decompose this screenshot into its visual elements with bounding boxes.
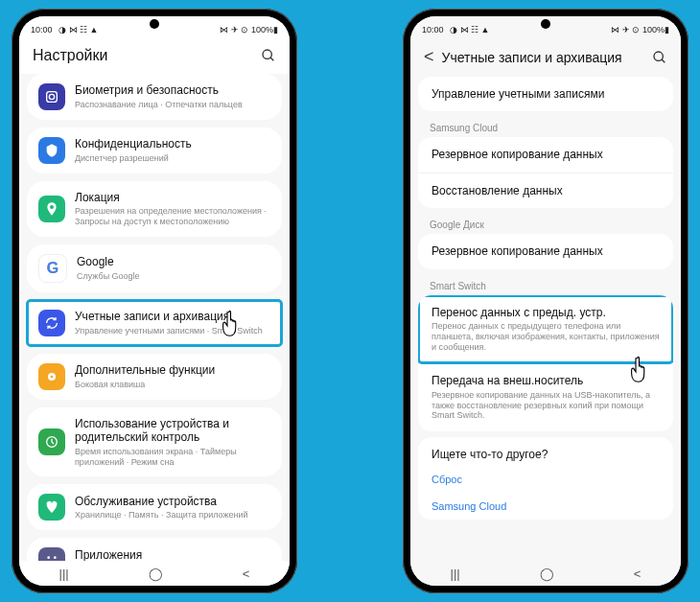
row-sub: Службы Google [77,271,270,282]
section-samsung-cloud: Samsung Cloud [418,117,673,137]
apps-icon [38,547,65,561]
link-samsung-cloud[interactable]: Samsung Cloud [418,493,673,520]
other-card: Ищете что-то другое? Сброс Samsung Cloud [418,437,673,519]
row-label: Использование устройства и родительский … [75,417,270,445]
row-sub: Разрешения на определение местоположения… [75,206,270,227]
phone-right: 10:00 ◑ ⋈ ☷ ▲ ⋈ ✈ ⊙ 100%▮ < Учетные запи… [403,9,688,593]
nav-back[interactable]: < [243,567,250,581]
row-label: Приложения [75,548,270,561]
google-drive-card: Резервное копирование данных [418,234,673,268]
nav-recent[interactable]: ||| [451,567,460,581]
restore-samsung[interactable]: Восстановление данных [418,174,673,208]
back-icon[interactable]: < [424,47,434,67]
row-label: Биометрия и безопасность [75,83,270,97]
row-sub: Распознавание лица · Отпечатки пальцев [75,100,270,110]
page-title: Настройки [33,47,261,64]
google-icon: G [38,254,67,283]
row-label: Google [77,255,270,268]
svg-point-3 [49,94,54,99]
camera-hole [150,19,159,29]
header: < Учетные записи и архивация [410,39,681,77]
backup-samsung[interactable]: Резервное копирование данных [418,137,673,173]
page-title: Учетные записи и архивация [442,50,652,65]
biometrics-icon [38,83,65,110]
svg-line-12 [662,59,665,62]
svg-point-0 [263,50,271,58]
svg-point-5 [51,376,54,379]
nav-back[interactable]: < [634,567,642,581]
row-devicecare[interactable]: Обслуживание устройства Хранилище · Памя… [27,484,282,530]
row-label: Учетные записи и архивация [75,310,270,323]
row-sub: Диспетчер разрешений [75,153,270,164]
row-label: Обслуживание устройства [75,495,270,508]
row-google[interactable]: G Google Службы Google [27,244,282,292]
samsung-cloud-card: Резервное копирование данных Восстановле… [418,137,673,208]
row-sub: Боковая клавиша [75,380,270,390]
camera-hole [541,19,550,29]
row-wellbeing[interactable]: Использование устройства и родительский … [27,407,282,476]
row-sub: Управление учетными записями · Smart Swi… [75,326,270,336]
other-title: Ищете что-то другое? [432,448,660,461]
row-sub: Время использования экрана · Таймеры при… [75,447,270,468]
nav-recent[interactable]: ||| [59,567,69,581]
wellbeing-icon [38,428,65,455]
row-sub: Хранилище · Память · Защита приложений [75,510,270,521]
manage-accounts-card: Управление учетными записями [418,77,673,111]
svg-line-1 [270,58,273,60]
svg-rect-2 [47,92,58,103]
svg-point-11 [654,52,663,60]
row-accounts-backup[interactable]: Учетные записи и архивация Управление уч… [27,300,282,346]
transfer-from-old[interactable]: Перенос данных с предыд. устр. Перенос д… [418,295,673,364]
phone-left: 10:00 ◑ ⋈ ☷ ▲ ⋈ ✈ ⊙ 100%▮ Настройки Биом… [12,9,297,593]
location-icon [38,196,65,222]
section-smart-switch: Smart Switch [418,275,673,295]
smart-switch-card: Перенос данных с предыд. устр. Перенос д… [418,295,673,432]
search-icon[interactable] [652,50,667,65]
row-biometrics[interactable]: Биометрия и безопасность Распознавание л… [27,74,282,120]
search-icon[interactable] [261,48,276,63]
section-google-drive: Google Диск [418,214,673,234]
row-label: Конфиденциальность [75,137,270,150]
shield-icon [38,137,65,164]
advanced-icon [38,363,65,390]
nav-bar: ||| ◯ < [19,561,290,586]
row-location[interactable]: Локация Разрешения на определение местоп… [27,181,282,237]
sync-icon [38,310,65,336]
care-icon [38,494,65,521]
svg-point-7 [47,557,50,560]
link-reset[interactable]: Сброс [418,466,673,493]
manage-accounts[interactable]: Управление учетными записями [418,77,673,111]
header: Настройки [19,39,290,74]
nav-home[interactable]: ◯ [149,567,163,581]
row-apps[interactable]: Приложения Приложения по умолчанию · Нас… [27,538,282,561]
svg-point-8 [54,557,57,560]
settings-list[interactable]: Биометрия и безопасность Распознавание л… [19,74,290,561]
transfer-external[interactable]: Передача на внеш.носитель Резервное копи… [418,363,673,431]
row-advanced[interactable]: Дополнительные функции Боковая клавиша [27,354,282,400]
accounts-content[interactable]: Управление учетными записями Samsung Clo… [410,77,681,561]
nav-home[interactable]: ◯ [540,567,554,581]
backup-google[interactable]: Резервное копирование данных [418,234,673,268]
nav-bar: ||| ◯ < [410,561,681,586]
row-privacy[interactable]: Конфиденциальность Диспетчер разрешений [27,127,282,174]
row-label: Дополнительные функции [75,363,270,377]
row-label: Локация [75,191,270,204]
